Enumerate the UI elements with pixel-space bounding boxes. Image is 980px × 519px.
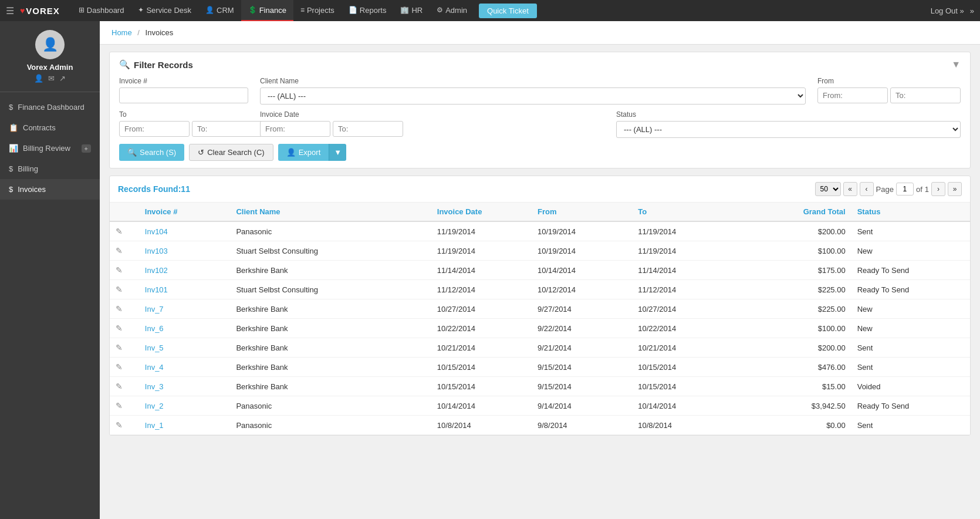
per-page-select[interactable]: 50 [815,182,841,196]
edit-icon[interactable]: ✎ [110,261,139,280]
col-header-date[interactable]: Invoice Date [431,203,532,221]
edit-icon[interactable]: ✎ [110,221,139,241]
edit-icon[interactable]: ✎ [110,396,139,416]
servicedesk-icon: ✦ [138,6,144,14]
cell-status: Sent [851,416,970,435]
cell-status: Ready To Send [851,396,970,416]
edit-icon[interactable]: ✎ [110,241,139,261]
crm-icon: 👤 [205,6,214,14]
nav-crm[interactable]: 👤 CRM [198,0,241,21]
invoices-icon: $ [9,185,13,194]
clear-search-button[interactable]: ↺ Clear Search (C) [189,144,273,161]
nav-projects[interactable]: ≡ Projects [293,0,342,21]
client-select[interactable]: --- (ALL) --- [260,87,806,105]
sidebar-item-finance-dashboard[interactable]: $ Finance Dashboard [0,97,100,117]
table-row: ✎ Inv103 Stuart Selbst Consulting 11/19/… [110,241,970,261]
invoice-date-to-input[interactable] [333,121,403,137]
finance-dashboard-icon: $ [9,103,13,112]
records-found: Records Found:11 [118,184,190,194]
page-next-button[interactable]: › [931,182,945,196]
col-header-invoice[interactable]: Invoice # [139,203,231,221]
cell-to: 11/12/2014 [632,280,732,299]
to-from-input[interactable] [119,121,190,137]
cell-client: Berkshire Bank [230,338,431,358]
edit-icon[interactable]: ✎ [110,319,139,338]
export-button[interactable]: 👤 Export [278,144,329,161]
page-first-button[interactable]: « [843,182,857,196]
cell-invoice: Inv101 [139,280,231,299]
cell-date: 10/8/2014 [431,416,532,435]
invoice-date-from-input[interactable] [260,121,330,137]
nav-reports-label: Reports [360,6,387,15]
avatar: 👤 [35,30,65,59]
logout-button[interactable]: Log Out » [931,6,964,15]
logo-heart: ♥ [20,6,25,15]
invoice-label: Invoice # [119,77,248,85]
cell-invoice: Inv103 [139,241,231,261]
sidebar-item-billing[interactable]: $ Billing [0,159,100,179]
col-header-total[interactable]: Grand Total [732,203,851,221]
user-logout-icon[interactable]: ↗ [59,74,66,83]
from-to-input[interactable] [890,87,961,103]
cell-client: Panasonic [230,416,431,435]
cell-date: 10/14/2014 [431,396,532,416]
sidebar-item-billing-review[interactable]: 📊 Billing Review + [0,138,100,159]
page-last-button[interactable]: » [948,182,962,196]
to-to-input[interactable] [192,121,262,137]
nav-finance[interactable]: 💲 Finance [241,0,293,21]
projects-icon: ≡ [300,6,305,14]
from-from-input[interactable] [817,87,888,103]
to-range [119,121,248,137]
cell-date: 11/14/2014 [431,261,532,280]
from-label: From [817,77,961,85]
invoice-date-range [260,121,604,137]
nav-dashboard-label: Dashboard [87,6,124,15]
sidebar-item-invoices[interactable]: $ Invoices [0,179,100,200]
export-dropdown-button[interactable]: ▼ [329,144,346,161]
billing-review-badge[interactable]: + [82,144,91,153]
cell-total: $100.00 [732,319,851,338]
sidebar-item-finance-dashboard-label: Finance Dashboard [18,103,84,112]
search-btn-icon: 🔍 [127,148,137,157]
filter-row-2: To Invoice Date Status -- [119,110,961,138]
table-row: ✎ Inv_1 Panasonic 10/8/2014 9/8/2014 10/… [110,416,970,435]
client-label: Client Name [260,77,806,85]
edit-icon[interactable]: ✎ [110,299,139,319]
cell-to: 11/19/2014 [632,241,732,261]
quick-ticket-button[interactable]: Quick Ticket [479,4,537,18]
edit-icon[interactable]: ✎ [110,377,139,396]
page-input[interactable] [896,183,914,196]
edit-icon[interactable]: ✎ [110,358,139,377]
hamburger-icon[interactable]: ☰ [6,5,14,16]
col-header-client[interactable]: Client Name [230,203,431,221]
breadcrumb-home[interactable]: Home [111,28,132,37]
export-btn-label: Export [299,148,321,157]
nav-hr[interactable]: 🏢 HR [393,0,430,21]
nav-servicedesk[interactable]: ✦ Service Desk [131,0,198,21]
edit-icon[interactable]: ✎ [110,280,139,299]
col-header-status[interactable]: Status [851,203,970,221]
user-profile-icon[interactable]: 👤 [34,74,43,83]
col-header-to[interactable]: To [632,203,732,221]
filter-group-from: From [817,77,961,105]
billing-review-icon: 📊 [9,144,18,153]
sidebar-item-contracts[interactable]: 📋 Contracts [0,117,100,138]
nav-dashboard[interactable]: ⊞ Dashboard [72,0,131,21]
table-row: ✎ Inv_7 Berkshire Bank 10/27/2014 9/27/2… [110,299,970,319]
filter-group-invoice-date: Invoice Date [260,110,604,138]
edit-icon[interactable]: ✎ [110,416,139,435]
invoice-input[interactable] [119,87,248,103]
reports-icon: 📄 [349,6,357,14]
nav-reports[interactable]: 📄 Reports [342,0,394,21]
billing-icon: $ [9,164,13,173]
cell-total: $175.00 [732,261,851,280]
expand-icon[interactable]: » [970,6,974,15]
user-email-icon[interactable]: ✉ [48,74,55,83]
col-header-from[interactable]: From [532,203,632,221]
search-button[interactable]: 🔍 Search (S) [119,144,184,161]
nav-admin[interactable]: ⚙ Admin [430,0,474,21]
status-select[interactable]: --- (ALL) --- [616,121,961,138]
filter-toggle-icon[interactable]: ▼ [951,59,961,70]
page-prev-button[interactable]: ‹ [860,182,874,196]
edit-icon[interactable]: ✎ [110,338,139,358]
